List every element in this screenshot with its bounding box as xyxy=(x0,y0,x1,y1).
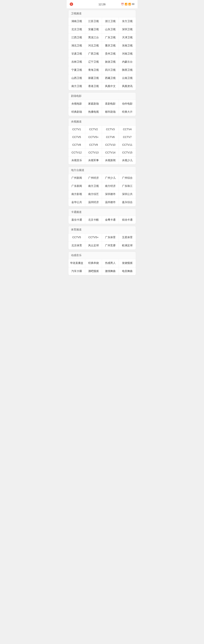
channel-item[interactable]: 旅游卫视 xyxy=(102,58,119,66)
channel-item[interactable]: 广州竞赛 xyxy=(102,242,119,250)
channel-item[interactable]: 广西卫视 xyxy=(85,50,102,58)
channel-item[interactable]: 经典大片 xyxy=(119,108,136,116)
channel-item[interactable]: 深圳公共 xyxy=(119,190,136,198)
channel-item[interactable]: 酒吧慢摇 xyxy=(85,267,102,275)
channel-item[interactable]: 炫动卡通 xyxy=(119,216,136,224)
channel-item[interactable]: 激情舞曲 xyxy=(102,267,119,275)
channel-item[interactable]: CCTV8 xyxy=(68,141,85,149)
channel-item[interactable]: 经典串烧 xyxy=(85,259,102,267)
channel-item[interactable]: 云南卫视 xyxy=(119,74,136,82)
channel-item[interactable]: CCTV2 xyxy=(85,126,102,133)
channel-item[interactable]: 央视少儿 xyxy=(119,156,136,164)
channel-item[interactable]: 南方经济 xyxy=(102,182,119,190)
channel-item[interactable]: 湖北卫视 xyxy=(68,42,85,50)
channel-item[interactable]: 家庭剧场 xyxy=(85,100,102,108)
channel-item[interactable]: 五星体育 xyxy=(119,234,136,242)
channel-item[interactable]: 温州都市 xyxy=(102,198,119,206)
channel-item[interactable]: 浙江卫视 xyxy=(102,17,119,26)
channel-item[interactable]: CCTV5 xyxy=(68,133,85,141)
channel-item[interactable]: 电音舞曲 xyxy=(119,267,136,275)
channel-item[interactable]: 南方卫视 xyxy=(85,182,102,190)
channel-item[interactable]: 四川卫视 xyxy=(102,66,119,74)
channel-item[interactable]: 青海卫视 xyxy=(85,66,102,74)
channel-item[interactable]: 江西卫视 xyxy=(68,34,85,42)
channel-item[interactable]: CCTV14 xyxy=(102,149,119,156)
channel-item[interactable]: 动作电影 xyxy=(119,100,136,108)
channel-item[interactable]: 西藏卫视 xyxy=(102,74,119,82)
channel-item[interactable]: 黑龙江台 xyxy=(85,34,102,42)
channel-item[interactable]: 南方影视 xyxy=(68,190,85,198)
channel-item[interactable]: CCTV1 xyxy=(68,126,85,133)
channel-item[interactable]: 贵州卫视 xyxy=(102,50,119,58)
channel-item[interactable]: 央视新闻 xyxy=(102,156,119,164)
channel-item[interactable]: 热播电视 xyxy=(85,108,102,116)
channel-item[interactable]: 深圳卫视 xyxy=(119,26,136,34)
channel-item[interactable]: 嘉佳卡通 xyxy=(68,216,85,224)
channel-item[interactable]: 内蒙古台 xyxy=(119,58,136,66)
channel-item[interactable]: 都市剧场 xyxy=(102,108,119,116)
channel-item[interactable]: 温州经济 xyxy=(85,198,102,206)
channel-item[interactable]: 新疆卫视 xyxy=(85,74,102,82)
channel-item[interactable]: 甘肃卫视 xyxy=(68,50,85,58)
channel-item[interactable]: 凤凰资讯 xyxy=(119,82,136,90)
channel-item[interactable]: 陕西卫视 xyxy=(119,66,136,74)
channel-item[interactable]: 伤感男人 xyxy=(102,259,119,267)
channel-item[interactable]: CCTV12 xyxy=(68,149,85,156)
channel-item[interactable]: 广东珠江 xyxy=(119,182,136,190)
channel-item[interactable]: 宁夏卫视 xyxy=(68,66,85,74)
channel-item[interactable]: 吉林卫视 xyxy=(68,58,85,66)
channel-item[interactable]: 华龙直播盒 xyxy=(68,259,85,267)
channel-item[interactable]: 南方卫视 xyxy=(68,82,85,90)
channel-item[interactable]: 金鹰卡通 xyxy=(102,216,119,224)
channel-item[interactable]: 深圳都市 xyxy=(102,190,119,198)
channel-item[interactable]: CCTV9 xyxy=(85,141,102,149)
channel-item[interactable]: 天津卫视 xyxy=(119,34,136,42)
channel-item[interactable]: 央视音乐 xyxy=(68,156,85,164)
channel-item[interactable]: CCTV7 xyxy=(119,133,136,141)
channel-item[interactable]: 凤凰中文 xyxy=(102,82,119,90)
channel-item[interactable]: 重庆卫视 xyxy=(102,42,119,50)
channel-item[interactable]: CCTV4 xyxy=(119,126,136,133)
channel-item[interactable]: 北京卡酷 xyxy=(85,216,102,224)
channel-item[interactable]: 河南卫视 xyxy=(119,50,136,58)
channel-item[interactable]: 广东新闻 xyxy=(68,182,85,190)
channel-item[interactable]: 东方卫视 xyxy=(119,17,136,26)
channel-item[interactable]: 广州少儿 xyxy=(102,174,119,182)
channel-item[interactable]: 风云足球 xyxy=(85,242,102,250)
channel-item[interactable]: 广州新闻 xyxy=(68,174,85,182)
channel-item[interactable]: 嘉兴综合 xyxy=(119,198,136,206)
channel-item[interactable]: 发烧慢摇 xyxy=(119,259,136,267)
channel-item[interactable]: 江苏卫视 xyxy=(85,17,102,26)
channel-item[interactable]: 湖南卫视 xyxy=(68,17,85,26)
channel-item[interactable]: 北京体育 xyxy=(68,242,85,250)
channel-item[interactable]: 山东卫视 xyxy=(102,26,119,34)
channel-item[interactable]: 央视军事 xyxy=(85,156,102,164)
channel-item[interactable]: 喜剧电影 xyxy=(102,100,119,108)
channel-item[interactable]: CCTV3 xyxy=(102,126,119,133)
channel-item[interactable]: 香港卫视 xyxy=(85,82,102,90)
channel-item[interactable]: 安徽卫视 xyxy=(85,26,102,34)
channel-item[interactable]: 河北卫视 xyxy=(85,42,102,50)
channel-item[interactable]: 辽宁卫视 xyxy=(85,58,102,66)
channel-item[interactable]: 广州经济 xyxy=(85,174,102,182)
channel-item[interactable]: 广东卫视 xyxy=(102,34,119,42)
channel-item[interactable]: 欧洲足球 xyxy=(119,242,136,250)
channel-item[interactable]: 金华公共 xyxy=(68,198,85,206)
channel-item[interactable]: 广东体育 xyxy=(102,234,119,242)
channel-item[interactable]: 汽车大碟 xyxy=(68,267,85,275)
channel-item[interactable]: 东南卫视 xyxy=(119,42,136,50)
channel-item[interactable]: CCTV5+ xyxy=(85,234,102,242)
channel-item[interactable]: CCTV13 xyxy=(85,149,102,156)
channel-item[interactable]: 南方综艺 xyxy=(85,190,102,198)
channel-item[interactable]: CCTV5 xyxy=(68,234,85,242)
channel-item[interactable]: CCTV10 xyxy=(102,141,119,149)
channel-item[interactable]: CCTV15 xyxy=(119,149,136,156)
channel-item[interactable]: CCTV6 xyxy=(102,133,119,141)
channel-item[interactable]: 经典剧场 xyxy=(68,108,85,116)
channel-item[interactable]: 广州综合 xyxy=(119,174,136,182)
channel-item[interactable]: CCTV5+ xyxy=(85,133,102,141)
channel-item[interactable]: 山西卫视 xyxy=(68,74,85,82)
channel-item[interactable]: CCTV11 xyxy=(119,141,136,149)
channel-item[interactable]: 北京卫视 xyxy=(68,26,85,34)
channel-item[interactable]: 央视电影 xyxy=(68,100,85,108)
